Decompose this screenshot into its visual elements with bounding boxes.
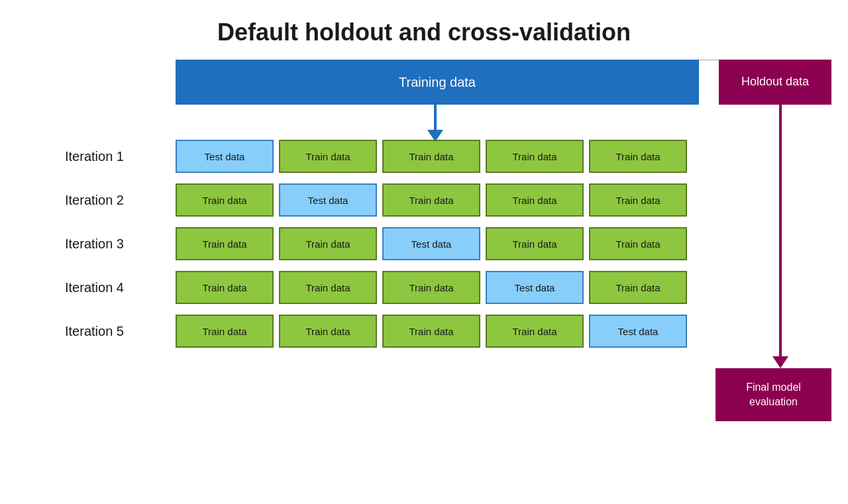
cell-1-5: Train data <box>589 140 687 173</box>
diagram-container: Training data Holdout data Final modelev… <box>60 60 788 66</box>
iteration-cells-1: Test dataTrain dataTrain dataTrain dataT… <box>176 140 687 173</box>
cell-2-5: Train data <box>589 183 687 217</box>
cell-2-3: Train data <box>382 183 480 217</box>
purple-arrow-head <box>772 356 788 368</box>
iteration-label-1: Iteration 1 <box>60 149 176 164</box>
cell-3-2: Train data <box>279 227 377 260</box>
training-bar: Training data <box>176 60 699 105</box>
cell-4-2: Train data <box>279 271 377 304</box>
cell-5-5: Test data <box>589 315 687 348</box>
cell-5-1: Train data <box>176 315 274 348</box>
iteration-row-3: Iteration 3Train dataTrain dataTest data… <box>60 227 788 261</box>
iterations-area: Iteration 1Test dataTrain dataTrain data… <box>60 139 788 358</box>
iteration-label-5: Iteration 5 <box>60 324 176 339</box>
cell-3-4: Train data <box>486 227 584 260</box>
cell-2-1: Train data <box>176 183 274 217</box>
iteration-label-2: Iteration 2 <box>60 193 176 208</box>
cell-1-1: Test data <box>176 140 274 173</box>
final-model-box: Final modelevaluation <box>716 368 831 421</box>
cell-5-4: Train data <box>486 315 584 348</box>
arrow-down-blue <box>427 105 443 142</box>
cell-2-4: Train data <box>486 183 584 217</box>
cell-2-2: Test data <box>279 183 377 217</box>
cell-3-3: Test data <box>382 227 480 260</box>
iteration-row-4: Iteration 4Train dataTrain dataTrain dat… <box>60 270 788 305</box>
final-model-label: Final modelevaluation <box>746 380 801 410</box>
cell-5-2: Train data <box>279 315 377 348</box>
iteration-row-1: Iteration 1Test dataTrain dataTrain data… <box>60 139 788 174</box>
iteration-cells-5: Train dataTrain dataTrain dataTrain data… <box>176 315 687 348</box>
cell-1-3: Train data <box>382 140 480 173</box>
cell-5-3: Train data <box>382 315 480 348</box>
iteration-cells-4: Train dataTrain dataTrain dataTest dataT… <box>176 271 687 304</box>
arrow-shaft <box>434 105 437 130</box>
cell-4-5: Train data <box>589 271 687 304</box>
cell-4-3: Train data <box>382 271 480 304</box>
iteration-label-4: Iteration 4 <box>60 280 176 295</box>
holdout-bar-label: Holdout data <box>741 74 809 89</box>
iteration-cells-3: Train dataTrain dataTest dataTrain dataT… <box>176 227 687 260</box>
page-title: Default holdout and cross-validation <box>0 0 848 60</box>
iteration-row-5: Iteration 5Train dataTrain dataTrain dat… <box>60 314 788 348</box>
iteration-label-3: Iteration 3 <box>60 236 176 252</box>
cell-4-4: Test data <box>486 271 584 304</box>
iteration-row-2: Iteration 2Train dataTest dataTrain data… <box>60 183 788 217</box>
iteration-cells-2: Train dataTest dataTrain dataTrain dataT… <box>176 183 687 217</box>
cell-3-5: Train data <box>589 227 687 260</box>
cell-4-1: Train data <box>176 271 274 304</box>
cell-3-1: Train data <box>176 227 274 260</box>
cell-1-4: Train data <box>486 140 584 173</box>
training-bar-label: Training data <box>399 75 476 90</box>
cell-1-2: Train data <box>279 140 377 173</box>
holdout-bar: Holdout data <box>719 60 831 105</box>
